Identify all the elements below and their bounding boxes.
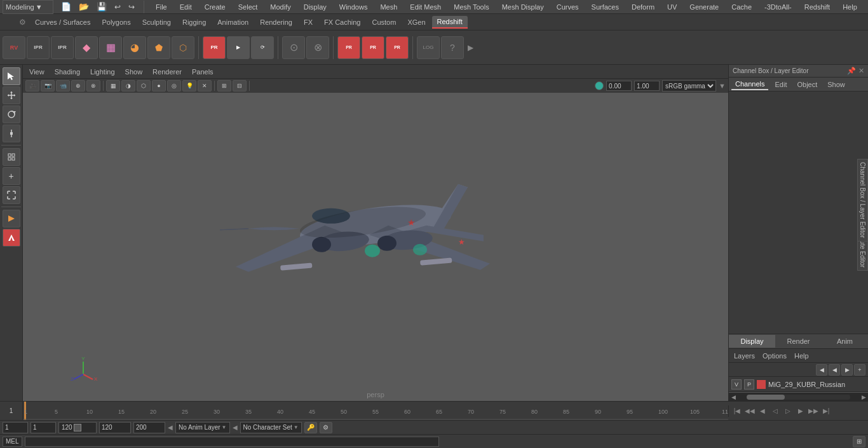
menu-item-uv[interactable]: UV [665,2,679,12]
menu-item-create[interactable]: Create [202,2,228,12]
tool-snap[interactable] [3,186,20,204]
layer-color-swatch[interactable] [757,380,766,389]
anim-layer-arrow[interactable]: ▼ [222,424,227,430]
vp-btn-sel[interactable]: ⊟ [233,80,247,92]
menu-item-mesh[interactable]: Mesh [377,2,400,12]
playback-max-input[interactable] [133,422,165,433]
shelf-tab-fx[interactable]: FX [299,17,318,28]
layer-icon-new[interactable]: + [854,364,865,376]
vp-btn-film[interactable]: 📷 [41,80,55,92]
vp-btn-x[interactable]: ✕ [198,80,212,92]
vp-btn-light[interactable]: 💡 [182,80,196,92]
tool-move[interactable] [3,86,20,104]
dr-tab-anim[interactable]: Anim [822,335,868,348]
cb-tab-object[interactable]: Object [793,79,821,90]
menu-item-cache[interactable]: Cache [729,2,754,12]
shelf-tab-custom[interactable]: Custom [367,17,402,28]
tool-select[interactable] [3,67,20,85]
toolbar-save[interactable]: 💾 [97,2,107,11]
status-settings-btn[interactable]: ⚙ [320,422,332,433]
shelf-tab-fx-caching[interactable]: FX Caching [319,17,365,28]
layer-header-layers[interactable]: Layers [731,351,757,361]
pb-next-key[interactable]: ▶▶ [808,405,819,417]
menu-item-file[interactable]: File [153,2,170,12]
status-key-btn[interactable]: 🔑 [304,422,317,433]
menu-item-mesh-display[interactable]: Mesh Display [499,2,546,12]
shelf-tab-rendering[interactable]: Rendering [255,17,297,28]
shelf-icon-circle1[interactable]: ⊙ [282,36,305,59]
vp-btn-cam2[interactable]: 📹 [56,80,70,92]
vp-btn-cam[interactable]: 🎥 [25,80,39,92]
shelf-icon-pr3[interactable]: PR [386,36,409,59]
shelf-icon-shape2[interactable]: ⬡ [172,36,194,59]
tool-rotate[interactable] [3,105,20,123]
shelf-right-arrow[interactable]: ▶ [468,43,473,52]
current-frame-input[interactable] [3,422,28,433]
color-space-select[interactable]: sRGB gamma [662,80,716,92]
viewport-menu-renderer[interactable]: Renderer [150,67,184,76]
cb-pin[interactable]: 📌 [847,67,856,75]
translate-input[interactable] [606,81,632,91]
shelf-icon-grid[interactable]: ▦ [99,36,122,59]
menu-item-curves[interactable]: Curves [554,2,581,12]
cb-tab-edit[interactable]: Edit [771,79,790,90]
pb-goto-start[interactable]: |◀ [731,405,743,417]
vp-btn-wire[interactable]: ⬡ [137,80,151,92]
menu-item-deform[interactable]: Deform [629,2,657,12]
pb-prev-key[interactable]: ◀◀ [744,405,756,417]
layer-icon-next[interactable]: ▶ [841,364,853,376]
vp-btn-snap1[interactable]: ⊗ [86,80,100,92]
shelf-icon-circle2[interactable]: ⊗ [306,36,329,59]
menu-item-modify[interactable]: Modify [268,2,293,12]
shelf-icon-help[interactable]: ? [441,36,464,59]
tool-plus[interactable]: + [3,167,20,185]
shelf-icon-shape1[interactable]: ⬟ [147,36,170,59]
menu-item-3dtall[interactable]: -3DtoAll- [762,2,794,12]
shelf-tab-curves-surfaces[interactable]: Curves / Surfaces [30,17,95,28]
dr-tab-display[interactable]: Display [729,335,775,348]
dr-tab-render[interactable]: Render [775,335,822,348]
shelf-icon-rv[interactable]: RV [3,36,25,59]
pb-next-frame[interactable]: ▶ [795,405,806,417]
vp-btn-grid[interactable]: ▦ [106,80,120,92]
tool-scale[interactable] [3,125,20,142]
timeline-track[interactable]: 1 5 10 15 20 25 30 35 40 45 50 55 60 65 … [23,402,728,420]
tool-render[interactable] [3,210,20,227]
vp-btn-select[interactable]: ⊕ [71,80,85,92]
viewport-menu-view[interactable]: View [27,67,47,76]
menu-item-generate[interactable]: Generate [687,2,721,12]
tool-last[interactable] [3,148,20,166]
menu-item-select[interactable]: Select [236,2,261,12]
vp-btn-tex[interactable]: ◎ [167,80,181,92]
shelf-tab-animation[interactable]: Animation [212,17,254,28]
shelf-tab-polygons[interactable]: Polygons [97,17,135,28]
shelf-settings-icon[interactable]: ⚙ [19,18,26,27]
shelf-icon-sphere[interactable]: ◕ [123,36,146,59]
pb-play[interactable]: ▷ [782,405,794,417]
menu-item-surfaces[interactable]: Surfaces [589,2,621,12]
layer-icon-prev-p[interactable]: ◀ [829,364,840,376]
pb-prev-frame[interactable]: ◀ [757,405,768,417]
menu-item-edit-mesh[interactable]: Edit Mesh [407,2,444,12]
cb-tab-show[interactable]: Show [824,79,849,90]
shelf-icon-pr2[interactable]: PR [362,36,384,59]
layer-visibility-toggle[interactable]: V [731,379,742,390]
pb-play-back[interactable]: ◁ [770,405,781,417]
toolbar-open[interactable]: 📂 [79,2,89,11]
scroll-right[interactable]: ▶ [859,393,868,401]
vp-btn-solid[interactable]: ● [152,80,166,92]
shelf-icon-pr1[interactable]: PR [337,36,360,59]
viewport-menu-shading[interactable]: Shading [52,67,83,76]
layer-playback-toggle[interactable]: P [744,379,754,390]
shelf-icon-rs1[interactable]: PR [203,36,226,59]
shelf-tab-redshift[interactable]: Redshift [432,16,468,29]
viewport-canvas[interactable]: Y X Z persp [23,93,728,401]
vp-btn-res[interactable]: ⊞ [217,80,231,92]
scroll-left[interactable]: ◀ [729,393,738,401]
start-frame-input[interactable] [31,422,56,433]
menu-item-help[interactable]: Help [840,2,860,12]
shelf-icon-diamond[interactable]: ◆ [75,36,98,59]
modeling-dropdown[interactable]: Modeling ▼ [3,0,53,14]
menu-item-display[interactable]: Display [301,2,329,12]
toolbar-redo[interactable]: ↪ [128,3,135,11]
